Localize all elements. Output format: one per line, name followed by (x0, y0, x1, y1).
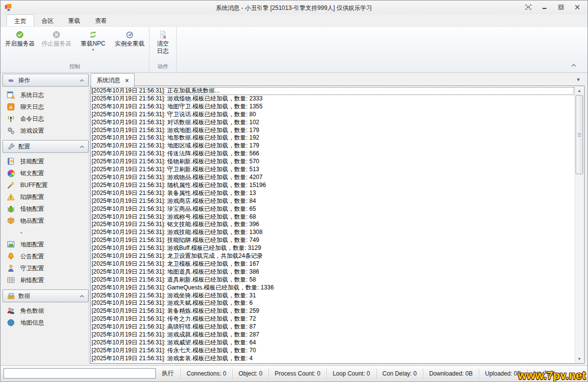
ribbon-button[interactable]: 清空日志 (150, 29, 175, 55)
sidebar-item[interactable]: 怪物配置 (2, 203, 89, 215)
sidebar-item[interactable]: 刷怪配置 (2, 274, 89, 286)
ribbon-collapse-button[interactable] (571, 60, 577, 69)
globe-icon (7, 319, 15, 327)
sidebar-item[interactable]: BUFF配置 (2, 179, 89, 191)
maximize-button[interactable] (558, 4, 564, 10)
log-line[interactable]: [2025年10月19日 21:56:31]: 地形数据.模板已经加载，数量: … (92, 134, 574, 142)
ribbon-tab[interactable]: 重载 (61, 14, 88, 26)
log-line[interactable]: [2025年10月19日 21:56:31]: 游戏成就.模板已经加载，数量: … (92, 331, 574, 339)
chevron-up-icon[interactable] (80, 143, 84, 150)
person-icon (7, 264, 15, 272)
vertical-scrollbar[interactable]: ▲ ▼ (575, 87, 584, 363)
execute-button[interactable]: 执行 (162, 369, 174, 378)
sidebar-item[interactable]: 命令日志 (2, 113, 89, 125)
sidebar-group-header[interactable]: 配置 (2, 140, 89, 153)
sidebar-item[interactable]: 守卫配置 (2, 262, 89, 274)
command-input[interactable] (3, 368, 156, 379)
chevron-up-icon[interactable] (80, 77, 84, 84)
titlebar: 系统消息 - 小丑引擎 [251013-引擎支持999人] 仅供娱乐学习 (0, 0, 588, 14)
log-line[interactable]: [2025年10月19日 21:56:31]: 游戏坐骑.模板已经加载，数量: … (92, 292, 574, 300)
log-line[interactable]: [2025年10月19日 21:56:31]: 铭文技能.模板已经加载，数量: … (92, 221, 574, 229)
log-line[interactable]: [2025年10月19日 21:56:31]: GameQuests.模板已经加… (92, 284, 574, 292)
tab-close-icon[interactable]: × (125, 78, 129, 83)
sidebar-item[interactable]: 铭文配置 (2, 167, 89, 179)
app-window: 系统消息 - 小丑引擎 [251013-引擎支持999人] 仅供娱乐学习 主页合… (0, 0, 588, 382)
log-line[interactable]: [2025年10月19日 21:56:31]: 游戏称号.模板已经加载，数量: … (92, 213, 574, 221)
log-line[interactable]: [2025年10月19日 21:56:31]: 龙卫设置加载完成，共加载24条记… (92, 252, 574, 260)
sidebar-splitter[interactable] (89, 73, 89, 364)
log-line[interactable]: [2025年10月19日 21:56:31]: 传奇之力.模板已经加载，数量: … (92, 315, 574, 323)
log-line[interactable]: [2025年10月19日 21:56:31]: 游戏怪物.模板已经加载，数量: … (92, 95, 574, 103)
minimize-button[interactable] (541, 4, 548, 10)
log-line[interactable]: [2025年10月19日 21:56:31]: 装备属性.模板已经加载，数量: … (92, 190, 574, 197)
scrollbar-thumb[interactable] (576, 95, 583, 174)
log-line[interactable]: [2025年10月19日 21:56:31]: 技能陷阱.模板已经加载，数量: … (92, 237, 574, 244)
log-line[interactable]: [2025年10月19日 21:56:31]: 装备精炼.模板已经加载，数量: … (92, 307, 574, 315)
log-line[interactable]: [2025年10月19日 21:56:31]: 怪物刷新.模板已经加载，数量: … (92, 158, 574, 166)
tab-system-messages[interactable]: 系统消息 × (91, 73, 135, 87)
ribbon-group-control: 开启服务器停止服务器重载NPC▼实例全重载 控制 (0, 27, 149, 72)
close-button[interactable] (574, 4, 581, 10)
log-line[interactable]: [2025年10月19日 21:56:31]: 珍宝商品.模板已经加载，数量: … (92, 205, 574, 213)
ribbon-button[interactable]: 实例全重载 (111, 29, 148, 48)
log-line[interactable]: [2025年10月19日 21:56:31]: 地图区域.模板已经加载，数量: … (92, 142, 574, 150)
chevron-down-icon[interactable]: ▼ (92, 49, 95, 51)
log-line[interactable]: [2025年10月19日 21:56:31]: 传永七天.模板已经加载，数量: … (92, 347, 574, 355)
ribbon-tab[interactable]: 查看 (88, 14, 114, 26)
log-line[interactable]: [2025年10月19日 21:56:31]: 高级狩猎.模板已经加载，数量: … (92, 323, 574, 331)
log-line[interactable]: [2025年10月19日 21:56:31]: 对话数据.模板已经加载，数量: … (92, 119, 574, 127)
log-line[interactable]: [2025年10月19日 21:56:31]: 游戏Buff.模板已经加载，数量… (92, 244, 574, 252)
log-list: [2025年10月19日 21:56:31]: 正在加载系统数据...[2025… (92, 87, 574, 362)
warning-triangle-icon (7, 193, 15, 201)
system-log-icon (7, 91, 15, 99)
sidebar-group-header[interactable]: ∞操作 (2, 74, 89, 87)
chevron-up-icon[interactable] (80, 292, 84, 299)
sidebar-item[interactable]: 陷阱配置 (2, 191, 89, 203)
tab-list-dropdown-icon[interactable]: ▼ (576, 77, 581, 82)
sidebar-item-label: 聊天日志 (20, 103, 44, 111)
sidebar-item-label: 陷阱配置 (20, 193, 44, 201)
sidebar-item[interactable]: 物品配置 (2, 215, 89, 227)
log-line[interactable]: [2025年10月19日 21:56:31]: 正在加载系统数据... (92, 87, 574, 95)
fullscreen-button[interactable] (525, 4, 532, 10)
ribbon-tab-bar: 主页合区重载查看 (0, 14, 588, 26)
sidebar-item[interactable]: 地图信息 (2, 317, 89, 329)
window-title: 系统消息 - 小丑引擎 [251013-引擎支持999人] 仅供娱乐学习 (0, 4, 588, 12)
log-line[interactable]: [2025年10月19日 21:56:31]: 龙卫模板.模板已经加载，数量: … (92, 260, 574, 268)
log-line[interactable]: [2025年10月19日 21:56:31]: 随机属性.模板已经加载，数量: … (92, 182, 574, 190)
log-line[interactable]: [2025年10月19日 21:56:31]: 传送法阵.模板已经加载，数量: … (92, 150, 574, 158)
sidebar-item[interactable]: 公告配置 (2, 250, 89, 262)
log-line[interactable]: [2025年10月19日 21:56:31]: 守卫刷新.模板已经加载，数量: … (92, 166, 574, 174)
package-icon (7, 217, 15, 225)
log-line[interactable]: [2025年10月19日 21:56:31]: 游戏天赋.模板已经加载，数量: … (92, 299, 574, 307)
log-line[interactable]: [2025年10月19日 21:56:31]: 游戏商店.模板已经加载，数量: … (92, 197, 574, 205)
sidebar-group-header[interactable]: 数据 (2, 289, 89, 302)
log-line[interactable]: [2025年10月19日 21:56:31]: 地图守卫.模板已经加载，数量: … (92, 103, 574, 111)
log-line[interactable]: [2025年10月19日 21:56:31]: 游戏物品.模板已经加载，数量: … (92, 174, 574, 182)
log-line[interactable]: [2025年10月19日 21:56:31]: 地图道具.模板已经加载，数量: … (92, 268, 574, 276)
log-line[interactable]: [2025年10月19日 21:56:31]: 道具刷新.模板已经加载，数量: … (92, 276, 574, 284)
sidebar-item[interactable]: 系统日志 (2, 89, 89, 101)
ribbon-button-label: 重载NPC (81, 40, 105, 48)
drawer-icon (7, 292, 15, 300)
ribbon-group-label: 控制 (1, 62, 148, 72)
scroll-up-icon[interactable]: ▲ (575, 87, 584, 95)
log-line[interactable]: [2025年10月19日 21:56:31]: 游戏套装.模板已经加载，数量: … (92, 355, 574, 362)
sidebar-item[interactable]: 地图配置 (2, 239, 89, 250)
ribbon-tab[interactable]: 合区 (34, 14, 61, 26)
sidebar-item-label: 守卫配置 (20, 264, 44, 273)
ribbon-button[interactable]: 开启服务器 (1, 29, 38, 48)
log-line[interactable]: [2025年10月19日 21:56:31]: 游戏技能.模板已经加载，数量: … (92, 229, 574, 237)
sidebar-item[interactable]: A聊天日志 (2, 101, 89, 113)
sidebar-item[interactable]: 技能配置 (2, 155, 89, 167)
sidebar-group-label: 数据 (18, 292, 76, 300)
log-line[interactable]: [2025年10月19日 21:56:31]: 游戏地图.模板已经加载，数量: … (92, 127, 574, 135)
sidebar-item[interactable]: 角色数据 (2, 305, 89, 317)
log-line[interactable]: [2025年10月19日 21:56:31]: 守卫说话.模板已经加载，数量: … (92, 111, 574, 119)
log-line[interactable]: [2025年10月19日 21:56:31]: 游戏威望.模板已经加载，数量: … (92, 339, 574, 347)
ribbon-tab[interactable]: 主页 (6, 14, 34, 26)
sidebar-item[interactable]: - (2, 227, 89, 239)
sidebar-item[interactable]: 游戏设置 (2, 125, 89, 137)
ribbon-button[interactable]: 重载NPC▼ (75, 29, 111, 51)
scroll-down-icon[interactable]: ▼ (575, 355, 584, 363)
